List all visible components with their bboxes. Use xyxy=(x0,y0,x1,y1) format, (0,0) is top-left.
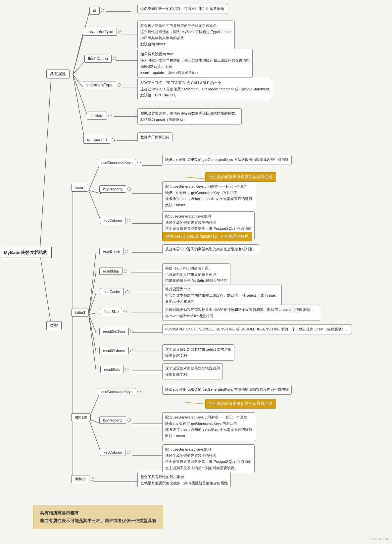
keycolumn-insert-node: keyColumn xyxy=(100,217,130,224)
parametertype-label: parameterType xyxy=(83,28,117,36)
resultsets-node: resultSets xyxy=(100,366,128,373)
usegeneratedkeys-insert-desc-text: MyBatis 使用 JDBC 的 getGeneratedKeys 方法来取出… xyxy=(165,158,289,162)
usegeneratedkeys-update-desc: MyBatis 使用 JDBC 的 getGeneratedKeys 方法来取出… xyxy=(162,385,292,395)
flushcache-label: flushCache xyxy=(84,55,112,63)
svg-line-1 xyxy=(40,253,51,326)
watermark: DASAGIE图素 xyxy=(369,537,389,541)
timeout-desc: 在抛出异常之前，驱动程序等待数据库返回请求结果的秒数。 默认值为 unset（依… xyxy=(137,108,242,124)
delete-connector xyxy=(91,477,94,481)
id-desc: 命名空间中唯一的标识符。可以被用来引用这条语句 xyxy=(137,4,227,14)
usecache-desc-text: 将其设置为 true 将会导致本条语句的结果被二级缓存。默认值：对 select… xyxy=(165,286,279,305)
resultordered-desc-text: 这个设置仅针对嵌套结果 select 语句适用 详细参阅文档 xyxy=(165,346,231,359)
svg-line-46 xyxy=(185,402,205,404)
delete-desc-text: 包含了共有属性的最小集合 也就是其他类型都比他多，共有属性就是他包含的属性 xyxy=(140,474,228,486)
fetchsize-desc: 尝试影响驱动程序每次批量返回的结果行数和这个设置值相等。默认值为 unset（依… xyxy=(162,305,320,321)
svg-line-45 xyxy=(185,177,205,179)
svg-line-20 xyxy=(89,315,96,352)
statementtype-label: statementType xyxy=(83,81,116,89)
select-node: select xyxy=(71,309,89,317)
flushcache-desc-text: 如果将其设置为 true 任何时候只要语句被调用，都会导致本地缓存和二级缓存都会… xyxy=(140,51,250,76)
delete-node: delete xyxy=(71,475,94,483)
root-label: MyBatis映射 文档结构 xyxy=(0,247,52,259)
databaseid-desc-text: 数据库厂商标识符 xyxy=(140,135,170,139)
resultmap-connector xyxy=(124,270,127,273)
fetchsize-desc-text: 尝试影响驱动程序每次批量返回的结果行数和这个设置值相等。默认值为 unset（依… xyxy=(165,307,317,319)
delete-label: delete xyxy=(71,475,89,483)
parametertype-node: parameterType xyxy=(83,28,122,36)
insert-label: insert xyxy=(71,184,88,192)
keyproperty-insert-tip-text: 将生成的值读出来保存的位置属性名 xyxy=(209,174,272,179)
keyproperty-update-desc-text: 配套useGeneratedKeys，用来唯一一标记一个属性 MyBatis 会… xyxy=(165,414,252,439)
usegeneratedkeys-update-desc-text: MyBatis 使用 JDBC 的 getGeneratedKeys 方法来取出… xyxy=(165,387,289,391)
svg-line-3 xyxy=(73,34,83,74)
keyproperty-update-label: keyProperty xyxy=(99,417,126,424)
id-connector xyxy=(101,9,104,12)
resultmap-desc: 外部 resultMap 的命名引用。 也就是自定义结果集的映射处理 结果集的映… xyxy=(162,263,230,286)
svg-line-5 xyxy=(73,74,83,87)
keyproperty-update-tip-text: 将生成的值读出来保存的位置属性名 xyxy=(209,401,272,406)
keyproperty-update-tip: 将生成的值读出来保存的位置属性名 xyxy=(205,399,276,409)
keycolumn-update-desc-text: 配套useGeneratedKeys使用 通过生成的键值设置表中的列名 这个设置… xyxy=(165,446,252,471)
fetchsize-connector xyxy=(123,310,127,313)
timeout-connector xyxy=(108,114,112,117)
flushcache-node: flushCache xyxy=(84,55,116,63)
usecache-desc: 将其设置为 true 将会导致本条语句的结果被二级缓存。默认值：对 select… xyxy=(162,284,282,307)
keyproperty-insert-connector xyxy=(127,187,131,191)
databaseid-connector xyxy=(112,138,115,141)
usecache-label: useCache xyxy=(100,288,124,295)
statementtype-node: statementType xyxy=(83,81,121,89)
resultsettype-desc: FORWARD_ONLY、SCROLL_SENSITIVE 或 SCROLL_I… xyxy=(162,324,352,334)
resultordered-node: resultOrdered xyxy=(99,347,133,354)
svg-line-4 xyxy=(73,61,85,74)
resultsets-desc: 这个设置仅对多结果集的情况适用 详细参阅文档 xyxy=(162,363,223,379)
keyproperty-insert-label: keyProperty xyxy=(99,185,126,193)
parametertype-desc: 将会传入这条语句的参数类的完全限定名或别名。 这个属性是可选的，因为 MyBat… xyxy=(137,21,235,49)
resultsets-connector xyxy=(125,368,128,371)
keycolumn-insert-connector xyxy=(127,219,130,222)
resulttype-desc-text: 从这条语句中返回的期望类型的类的完全限定名或别名。 xyxy=(165,247,256,251)
types-label: 类型 xyxy=(46,321,62,330)
usecache-node: useCache xyxy=(100,288,128,295)
resulttype-label: resultType xyxy=(99,248,123,255)
resultsets-desc-text: 这个设置仅对多结果集的情况适用 详细参阅文档 xyxy=(165,365,220,377)
keycolumn-update-connector xyxy=(127,451,130,454)
flushcache-connector xyxy=(113,57,116,60)
usegeneratedkeys-insert-desc: MyBatis 使用 JDBC 的 getGeneratedKeys 方法来取出… xyxy=(162,155,292,165)
databaseid-desc: 数据库厂商标识符 xyxy=(137,132,172,142)
usecache-connector xyxy=(125,290,128,293)
svg-line-12 xyxy=(89,166,99,190)
parametertype-desc-text: 将会传入这条语句的参数类的完全限定名或别名。 这个属性是可选的，因为 MyBat… xyxy=(140,23,232,47)
svg-line-0 xyxy=(40,74,51,253)
svg-line-2 xyxy=(73,12,89,74)
delete-desc: 包含了共有属性的最小集合 也就是其他类型都比他多，共有属性就是他包含的属性 xyxy=(137,472,231,488)
root-node: MyBatis映射 文档结构 xyxy=(7,243,45,262)
resultsets-label: resultSets xyxy=(100,366,124,373)
root-text: MyBatis映射 文档结构 xyxy=(4,250,47,255)
resultsettype-node: resultSetType xyxy=(99,328,133,335)
resultordered-desc: 这个设置仅针对嵌套结果 select 语句适用 详细参阅文档 xyxy=(162,344,234,361)
resultmap-node: resultMap xyxy=(99,268,127,275)
keyproperty-insert-desc-text: 配套useGeneratedKeys，用来唯一一标记一个属性 MyBatis 会… xyxy=(165,183,252,208)
resulttype-tip-text: 使用 resultType 或 resultMap，但不能同时使用 xyxy=(166,234,249,239)
id-label: id xyxy=(89,7,100,15)
flushcache-desc: 如果将其设置为 true 任何时候只要语句被调用，都会导致本地缓存和二级缓存都会… xyxy=(137,49,253,78)
keycolumn-insert-label: keyColumn xyxy=(100,217,125,224)
statementtype-desc: STATEMENT、PREPARED 或 CALLABLE 的一个。 这会让 M… xyxy=(137,78,272,100)
resultsettype-connector xyxy=(130,330,133,333)
keyproperty-update-desc: 配套useGeneratedKeys，用来唯一一标记一个属性 MyBatis 会… xyxy=(162,412,255,441)
svg-line-18 xyxy=(89,313,96,315)
fetchsize-label: fetchSize xyxy=(100,308,122,315)
usegeneratedkeys-insert-connector xyxy=(137,161,141,164)
fetchsize-node: fetchSize xyxy=(100,308,127,315)
resultmap-label: resultMap xyxy=(99,268,122,275)
svg-line-15 xyxy=(89,252,96,315)
resulttype-tip: 使用 resultType 或 resultMap，但不能同时使用 xyxy=(162,232,252,241)
svg-line-16 xyxy=(89,272,96,315)
svg-line-17 xyxy=(89,293,96,315)
statementtype-connector xyxy=(118,83,121,87)
keyproperty-insert-node: keyProperty xyxy=(99,185,131,193)
resulttype-connector xyxy=(125,250,128,253)
shared-attrs-label: 共有属性 xyxy=(46,70,70,78)
bottom-note: 共有指所有类型都有 非共有属性表示可能是其中三种、两种或者仅仅一种类型具有 xyxy=(33,505,163,529)
timeout-node: timeout xyxy=(87,112,112,120)
